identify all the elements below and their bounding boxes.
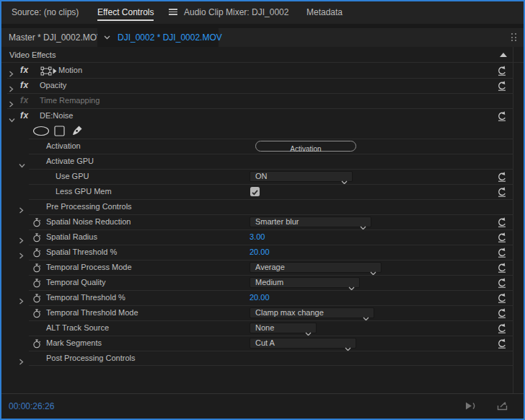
collapse-section-icon[interactable] <box>500 53 507 57</box>
row-separator <box>7 108 513 109</box>
param-label-pre-processing: Pre Processing Controls <box>46 199 132 214</box>
row-less-gpu-mem: Less GPU Mem <box>1 184 524 199</box>
row-use-gpu: Use GPUON <box>1 169 524 184</box>
mask-rectangle-icon[interactable] <box>54 126 65 139</box>
motion-icon <box>40 66 57 79</box>
temporal-process-mode-dropdown[interactable]: Average <box>250 262 381 273</box>
row-time-remapping: fxTime Remapping <box>1 93 524 108</box>
dropdown-value: Medium <box>255 278 283 287</box>
less-gpu-mem-checkbox[interactable] <box>250 187 260 196</box>
row-mask-tools <box>1 123 524 139</box>
tab-source[interactable]: Source: (no clips) <box>12 1 79 24</box>
alt-track-source-dropdown[interactable]: None <box>250 323 317 333</box>
temporal-threshold-value[interactable]: 20.00 <box>250 290 270 305</box>
use-gpu-dropdown[interactable]: ON <box>250 171 353 182</box>
spatial-threshold-value[interactable]: 20.00 <box>250 245 270 260</box>
param-label-temporal-threshold-mode: Temporal Threshold Mode <box>46 305 138 320</box>
row-activation: ActivationActivation <box>1 139 524 154</box>
chevron-down-icon <box>104 35 110 40</box>
disclosure-right-icon[interactable] <box>19 294 25 301</box>
param-label-activation: Activation <box>46 139 81 154</box>
param-label-temporal-quality: Temporal Quality <box>46 275 106 290</box>
tab-audio-clip-mixer[interactable]: Audio Clip Mixer: DJI_0002 <box>184 1 288 24</box>
reset-icon[interactable] <box>497 232 507 242</box>
disclosure-right-icon[interactable] <box>9 82 15 89</box>
disclosure-right-icon[interactable] <box>9 97 15 104</box>
row-separator <box>29 229 513 230</box>
reset-icon[interactable] <box>497 278 507 288</box>
row-spatial-threshold: Spatial Threshold %20.00 <box>1 245 524 260</box>
row-separator <box>29 139 513 139</box>
panel-menu-icon[interactable] <box>169 9 177 16</box>
reset-icon[interactable] <box>497 293 507 303</box>
scrollbar-track-divider <box>513 47 513 394</box>
panel-footer: 00:00:26:26 <box>1 393 524 419</box>
row-temporal-threshold-mode: Temporal Threshold ModeClamp max change <box>1 305 524 320</box>
activation-button[interactable]: Activation <box>255 141 356 152</box>
disclosure-right-icon[interactable] <box>19 355 25 362</box>
effect-label-denoise: DE:Noise <box>40 108 73 123</box>
disclosure-right-icon[interactable] <box>19 234 25 240</box>
stopwatch-icon[interactable] <box>32 278 41 287</box>
stopwatch-icon[interactable] <box>32 338 41 348</box>
stopwatch-icon[interactable] <box>32 293 41 302</box>
master-clip-label[interactable]: Master * DJI_0002.MOV <box>9 28 102 47</box>
row-separator <box>29 169 513 170</box>
mask-ellipse-icon[interactable] <box>32 126 50 139</box>
fx-badge[interactable]: fx <box>20 108 29 123</box>
timecode[interactable]: 00:00:26:26 <box>9 394 54 419</box>
reset-icon[interactable] <box>497 187 507 197</box>
mark-segments-dropdown[interactable]: Cut A <box>250 338 356 349</box>
reset-icon[interactable] <box>497 172 507 182</box>
param-label-temporal-threshold: Temporal Threshold % <box>46 290 125 305</box>
disclosure-down-icon[interactable] <box>9 113 15 119</box>
active-clip-tab[interactable]: DJI_0002 * DJI_0002.MOV <box>97 28 219 47</box>
row-denoise: fxDE:Noise <box>1 108 524 123</box>
active-clip-label: DJI_0002 * DJI_0002.MOV <box>118 28 222 47</box>
panel-drag-grip-icon[interactable] <box>511 33 517 42</box>
reset-icon[interactable] <box>497 308 507 318</box>
stopwatch-icon[interactable] <box>32 217 41 227</box>
row-mark-segments: Mark SegmentsCut A <box>1 336 524 351</box>
stopwatch-icon[interactable] <box>32 232 41 242</box>
play-audio-icon[interactable] <box>465 401 477 411</box>
disclosure-right-icon[interactable] <box>19 249 25 255</box>
reset-icon[interactable] <box>497 66 507 76</box>
disclosure-down-icon[interactable] <box>19 158 25 165</box>
disclosure-right-icon[interactable] <box>19 204 25 210</box>
section-title: Video Effects <box>9 47 56 63</box>
dropdown-value: ON <box>255 172 268 181</box>
temporal-threshold-mode-dropdown[interactable]: Clamp max change <box>250 307 374 318</box>
spatial-radius-value[interactable]: 3.00 <box>250 229 265 245</box>
clip-breadcrumb-bar: Master * DJI_0002.MOV DJI_0002 * DJI_000… <box>1 28 524 47</box>
reset-icon[interactable] <box>497 338 507 349</box>
reset-icon[interactable] <box>497 111 507 121</box>
disclosure-right-icon[interactable] <box>9 67 15 74</box>
row-temporal-quality: Temporal QualityMedium <box>1 275 524 290</box>
reset-icon[interactable] <box>497 217 507 227</box>
spatial-noise-reduction-dropdown[interactable]: Smarter blur <box>250 216 371 227</box>
button-label: Activation <box>290 145 321 153</box>
fx-badge[interactable]: fx <box>20 78 29 93</box>
row-spatial-radius: Spatial Radius3.00 <box>1 229 524 245</box>
fx-badge[interactable]: fx <box>20 63 29 78</box>
stopwatch-icon[interactable] <box>32 248 41 257</box>
row-alt-track-source: ALT Track SourceNone <box>1 320 524 336</box>
mask-pen-icon[interactable] <box>71 125 84 139</box>
param-label-alt-track-source: ALT Track Source <box>46 320 109 336</box>
reset-icon[interactable] <box>497 81 507 91</box>
stopwatch-icon[interactable] <box>32 263 41 272</box>
effect-label-time-remapping: Time Remapping <box>40 93 100 108</box>
param-label-temporal-process-mode: Temporal Process Mode <box>46 260 132 275</box>
tab-metadata[interactable]: Metadata <box>306 1 343 24</box>
temporal-quality-dropdown[interactable]: Medium <box>250 277 360 288</box>
reset-icon[interactable] <box>497 248 507 258</box>
reset-icon[interactable] <box>497 323 507 333</box>
param-label-activate-gpu: Activate GPU <box>46 154 94 169</box>
tab-effect-controls[interactable]: Effect Controls <box>97 1 154 24</box>
export-frame-icon[interactable] <box>497 401 508 411</box>
row-activate-gpu: Activate GPU <box>1 154 524 169</box>
stopwatch-icon[interactable] <box>32 308 41 318</box>
param-label-spatial-noise-reduction: Spatial Noise Reduction <box>46 214 131 229</box>
reset-icon[interactable] <box>497 263 507 273</box>
